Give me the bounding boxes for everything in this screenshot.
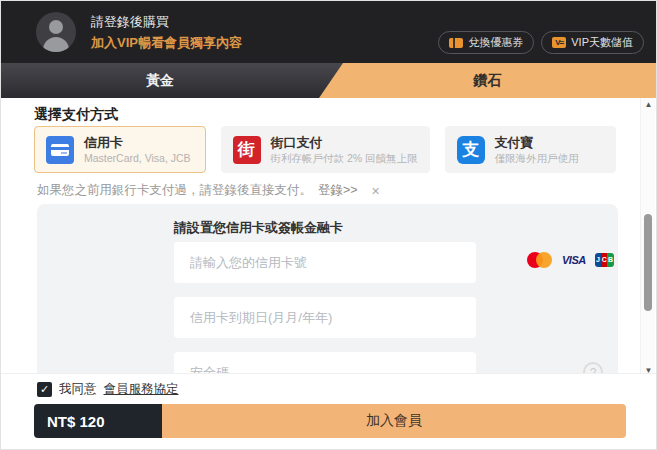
method-desc: MasterCard, Visa, JCB — [84, 151, 191, 165]
method-name: 支付寶 — [495, 134, 579, 151]
payment-method-jkopay[interactable]: 街 街口支付 街利存帳戶付款 2% 回饋無上限 — [221, 126, 430, 173]
jkopay-icon: 街 — [233, 136, 261, 164]
plan-tabs: 黃金 鑽石 — [1, 63, 656, 98]
visa-icon: VISA — [562, 254, 586, 266]
alipay-icon: 支 — [457, 136, 485, 164]
vip-purchase-dialog: 請登錄後購買 加入VIP暢看會員獨享內容 兌換優惠券 V= VIP天數儲值 黃金… — [0, 0, 657, 450]
agree-checkbox[interactable]: ✓ — [37, 382, 52, 397]
payment-content: 選擇支付方式 信用卡 MasterCard, Visa, JCB 街 街口支付 … — [1, 98, 656, 375]
card-brand-icons: VISA JCB — [527, 252, 614, 268]
method-desc: 街利存帳戶付款 2% 回饋無上限 — [271, 151, 418, 165]
vip-days-topup-button[interactable]: V= VIP天數儲值 — [541, 31, 644, 54]
pay-bar: NT$ 120 加入會員 — [34, 404, 626, 438]
card-form-title: 請設置您信用卡或簽帳金融卡 — [174, 219, 343, 237]
vip-days-topup-label: VIP天數儲值 — [571, 35, 633, 50]
redeem-coupon-label: 兌換優惠券 — [468, 35, 523, 50]
tab-diamond[interactable]: 鑽石 — [319, 63, 656, 98]
coupon-ticket-icon — [449, 38, 463, 48]
footer: ✓ 我同意 會員服務協定 NT$ 120 加入會員 — [1, 373, 656, 449]
card-form: 請設置您信用卡或簽帳金融卡 VISA JCB ? — [37, 204, 618, 375]
scroll-up-arrow-icon[interactable]: ▲ — [641, 98, 656, 112]
card-cvv-input[interactable] — [174, 352, 476, 375]
payment-method-credit-card[interactable]: 信用卡 MasterCard, Visa, JCB — [34, 126, 206, 173]
tab-gold[interactable]: 黃金 — [1, 63, 319, 98]
avatar[interactable] — [36, 12, 76, 52]
credit-card-icon — [46, 136, 74, 164]
jcb-icon: JCB — [595, 253, 614, 267]
avatar-person-icon — [49, 20, 63, 34]
method-name: 信用卡 — [84, 134, 191, 151]
join-member-button[interactable]: 加入會員 — [162, 404, 626, 438]
close-notice-icon[interactable]: × — [372, 183, 380, 199]
terms-agreement: ✓ 我同意 會員服務協定 — [37, 381, 179, 398]
terms-link[interactable]: 會員服務協定 — [104, 381, 179, 398]
vip-promo-text: 加入VIP暢看會員獨享內容 — [91, 34, 242, 52]
payment-method-alipay[interactable]: 支 支付寶 僅限海外用戶使用 — [445, 126, 617, 173]
vip-coin-icon: V= — [552, 37, 566, 48]
login-link[interactable]: 登錄>> — [318, 182, 358, 199]
card-number-input[interactable] — [174, 242, 476, 283]
price-display: NT$ 120 — [34, 404, 162, 438]
notice-text: 如果您之前用銀行卡支付過，請登錄後直接支付。 — [37, 182, 312, 199]
scrollbar: ▲ ▼ — [640, 98, 655, 378]
login-notice: 如果您之前用銀行卡支付過，請登錄後直接支付。 登錄>> × — [37, 182, 380, 199]
method-desc: 僅限海外用戶使用 — [495, 151, 579, 165]
agree-label: 我同意 — [59, 381, 97, 398]
scrollbar-thumb[interactable] — [644, 214, 652, 311]
payment-methods: 信用卡 MasterCard, Visa, JCB 街 街口支付 街利存帳戶付款… — [34, 126, 616, 173]
payment-section-title: 選擇支付方式 — [34, 106, 118, 124]
login-prompt: 請登錄後購買 — [91, 13, 169, 31]
header-actions: 兌換優惠券 V= VIP天數儲值 — [438, 31, 644, 54]
method-name: 街口支付 — [271, 134, 418, 151]
mastercard-icon — [527, 252, 553, 268]
avatar-person-icon-body — [43, 37, 69, 52]
header: 請登錄後購買 加入VIP暢看會員獨享內容 兌換優惠券 V= VIP天數儲值 — [1, 1, 656, 63]
card-expiry-input[interactable] — [174, 297, 476, 338]
redeem-coupon-button[interactable]: 兌換優惠券 — [438, 31, 534, 54]
